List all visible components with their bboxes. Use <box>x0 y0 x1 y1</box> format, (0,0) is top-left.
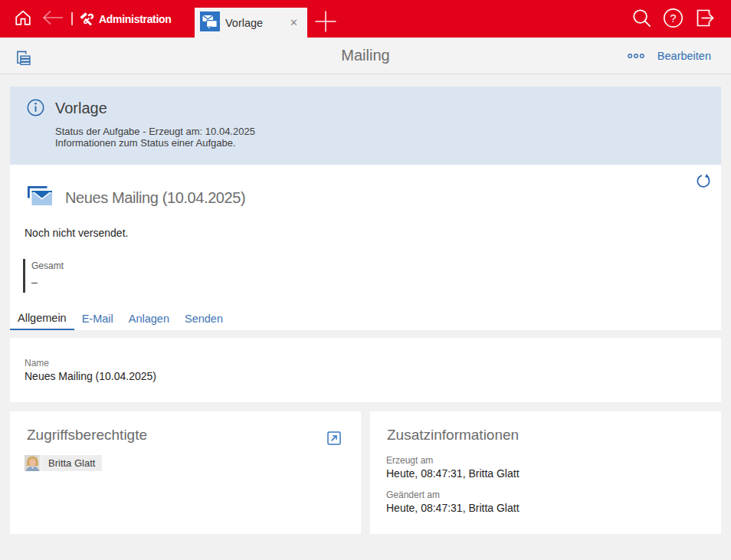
back-arrow-icon <box>41 9 64 28</box>
help-icon: ? <box>663 8 683 31</box>
svg-text:?: ? <box>670 12 676 25</box>
stat-block: Gesamt – <box>23 259 721 293</box>
modified-value: Heute, 08:47:31, Britta Glatt <box>386 502 706 514</box>
name-card: Name Neues Mailing (10.04.2025) <box>10 338 721 402</box>
search-button[interactable] <box>631 8 652 31</box>
new-tab-button[interactable] <box>314 11 337 34</box>
search-icon <box>631 8 652 31</box>
tab-anlagen[interactable]: Anlagen <box>121 306 177 330</box>
refresh-icon <box>696 172 711 190</box>
topbar: Administration Vorlage ✕ <box>0 0 731 38</box>
back-button[interactable] <box>41 9 64 29</box>
avatar <box>25 455 41 471</box>
created-field: Erzeugt am Heute, 08:47:31, Britta Glatt <box>386 456 706 480</box>
banner-line-1: Status der Aufgabe - Erzeugt am: 10.04.2… <box>55 126 255 138</box>
more-actions-icon <box>628 50 644 61</box>
mailing-tab-icon <box>200 11 220 34</box>
additional-info-title: Zusatzinformationen <box>387 427 706 443</box>
record-status: Noch nicht versendet. <box>25 228 721 238</box>
access-card-title: Zugriffsberechtigte <box>27 427 346 443</box>
toolbar-right-group: Bearbeiten <box>628 38 711 74</box>
info-banner: Vorlage Status der Aufgabe - Erzeugt am:… <box>10 87 721 165</box>
tab-vorlage[interactable]: Vorlage ✕ <box>195 8 307 38</box>
created-label: Erzeugt am <box>386 456 706 465</box>
tab-allgemein[interactable]: Allgemein <box>10 306 74 330</box>
page-title: Mailing <box>0 38 731 74</box>
topbar-right-group: ? <box>631 0 731 38</box>
modified-field: Geändert am Heute, 08:47:31, Britta Glat… <box>386 490 706 514</box>
popout-icon <box>327 431 341 447</box>
name-field-label: Name <box>25 359 721 368</box>
refresh-button[interactable] <box>696 173 711 188</box>
open-access-list-button[interactable] <box>327 432 341 446</box>
content: Vorlage Status der Aufgabe - Erzeugt am:… <box>0 74 731 534</box>
logout-icon <box>694 8 716 31</box>
logout-button[interactable] <box>694 8 716 31</box>
created-value: Heute, 08:47:31, Britta Glatt <box>386 467 706 480</box>
access-card: Zugriffsberechtigte <box>10 411 361 534</box>
additional-info-card: Zusatzinformationen Erzeugt am Heute, 08… <box>370 411 721 534</box>
home-button[interactable] <box>13 9 33 29</box>
tab-label: Vorlage <box>225 17 288 29</box>
topbar-divider <box>71 12 73 25</box>
stat-value: – <box>31 277 721 287</box>
plus-icon <box>314 10 337 35</box>
person-chip-label: Britta Glatt <box>41 455 102 471</box>
tab-email[interactable]: E-Mail <box>74 306 121 330</box>
edit-button[interactable]: Bearbeiten <box>657 50 711 62</box>
tools-icon <box>78 8 96 29</box>
record-tabs: Allgemein E-Mail Anlagen Senden <box>10 306 721 330</box>
app-section[interactable]: Administration <box>78 8 172 29</box>
name-field-value: Neues Mailing (10.04.2025) <box>25 370 721 382</box>
record-card: Neues Mailing (10.04.2025) Noch nicht ve… <box>10 165 721 330</box>
app-label: Administration <box>99 13 172 25</box>
toolbar: Mailing Bearbeiten <box>0 38 731 74</box>
cards-row: Zugriffsberechtigte <box>10 411 721 534</box>
more-actions-button[interactable] <box>628 50 644 61</box>
topbar-left-group: Administration <box>0 0 172 38</box>
record-title: Neues Mailing (10.04.2025) <box>65 188 245 208</box>
tab-close-icon[interactable]: ✕ <box>288 16 300 29</box>
banner-line-2: Informationen zum Status einer Aufgabe. <box>55 138 255 149</box>
tab-senden[interactable]: Senden <box>177 306 231 330</box>
modified-label: Geändert am <box>386 490 706 499</box>
banner-text: Vorlage Status der Aufgabe - Erzeugt am:… <box>55 99 255 165</box>
help-button[interactable]: ? <box>663 8 683 31</box>
info-icon <box>27 99 44 116</box>
stat-label: Gesamt <box>31 261 721 271</box>
person-chip[interactable]: Britta Glatt <box>25 455 102 471</box>
record-header: Neues Mailing (10.04.2025) <box>10 165 721 208</box>
mailing-icon <box>28 186 52 208</box>
home-icon <box>13 8 33 30</box>
banner-title: Vorlage <box>55 99 255 117</box>
